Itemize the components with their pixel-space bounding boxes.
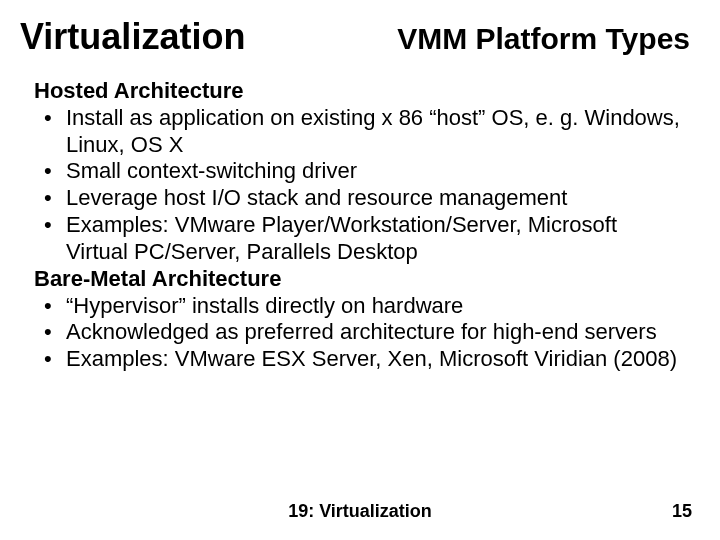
list-item: Small context-switching driver [62,158,680,185]
list-item: Leverage host I/O stack and resource man… [62,185,680,212]
list-item: Acknowledged as preferred architecture f… [62,319,680,346]
list-item: Examples: VMware Player/Workstation/Serv… [62,212,680,266]
body-content: Hosted Architecture Install as applicati… [34,78,680,373]
header: Virtualization VMM Platform Types [20,0,700,58]
section-heading-hosted: Hosted Architecture [34,78,680,105]
bullet-list-baremetal: “Hypervisor” installs directly on hardwa… [34,293,680,373]
footer-text: 19: Virtualization [0,501,720,522]
title-left: Virtualization [20,14,245,58]
slide: Virtualization VMM Platform Types Hosted… [0,0,720,540]
section-heading-baremetal: Bare-Metal Architecture [34,266,680,293]
page-number: 15 [672,501,692,522]
list-item: Install as application on existing x 86 … [62,105,680,159]
list-item: Examples: VMware ESX Server, Xen, Micros… [62,346,680,373]
list-item: “Hypervisor” installs directly on hardwa… [62,293,680,320]
bullet-list-hosted: Install as application on existing x 86 … [34,105,680,266]
title-right: VMM Platform Types [397,0,700,56]
